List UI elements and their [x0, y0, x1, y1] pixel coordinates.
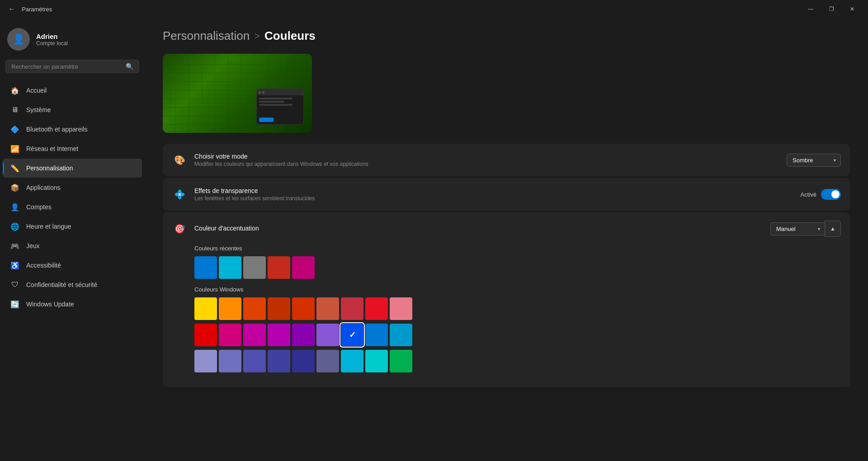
avatar-icon: 👤	[13, 33, 25, 45]
windows-color-swatch[interactable]	[341, 350, 363, 372]
windows-color-swatch[interactable]	[292, 297, 315, 320]
minimize-button[interactable]: —	[800, 2, 821, 16]
accent-dropdown[interactable]: Manuel ▾	[770, 222, 825, 235]
close-button[interactable]: ✕	[842, 2, 863, 16]
nav-label-accueil: Accueil	[26, 87, 47, 94]
windows-color-swatch[interactable]	[341, 324, 363, 346]
transparency-desc: Les fenêtres et les surfaces semblent tr…	[194, 195, 793, 202]
windows-color-swatch[interactable]	[268, 350, 290, 372]
windows-color-swatch[interactable]	[292, 324, 315, 346]
transparency-row: 💠 Effets de transparence Les fenêtres et…	[163, 178, 850, 211]
settings-card-transparency: 💠 Effets de transparence Les fenêtres et…	[163, 178, 850, 211]
accent-controls: Manuel ▾ ▲	[770, 221, 841, 237]
windows-color-swatch[interactable]	[219, 297, 241, 320]
windows-color-swatch[interactable]	[268, 324, 290, 346]
recent-color-swatch[interactable]	[219, 256, 241, 279]
breadcrumb-parent: Personnalisation	[163, 29, 250, 43]
window-controls: — ❐ ✕	[800, 2, 863, 16]
sidebar-item-confidentialite[interactable]: 🛡 Confidentialité et sécurité	[3, 275, 142, 294]
accent-collapse-button[interactable]: ▲	[825, 221, 841, 237]
windows-color-swatch[interactable]	[194, 297, 217, 320]
windows-color-swatch[interactable]	[390, 324, 412, 346]
sidebar-item-accueil[interactable]: 🏠 Accueil	[3, 81, 142, 100]
breadcrumb: Personnalisation > Couleurs	[163, 29, 850, 43]
windows-color-swatch[interactable]	[194, 324, 217, 346]
transparency-label: Effets de transparence	[194, 187, 793, 194]
nav-icon-jeux: 🎮	[10, 241, 20, 251]
windows-colors-row2	[194, 324, 841, 346]
sidebar-item-systeme[interactable]: 🖥 Système	[3, 100, 142, 119]
windows-colors-title: Couleurs Windows	[194, 286, 841, 293]
windows-color-swatch[interactable]	[365, 350, 388, 372]
nav-label-windows-update: Windows Update	[26, 301, 74, 308]
mode-icon: 🎨	[172, 152, 187, 168]
maximize-button[interactable]: ❐	[821, 2, 842, 16]
nav-icon-systeme: 🖥	[10, 105, 20, 115]
windows-color-swatch[interactable]	[390, 297, 412, 320]
titlebar: ← Paramètres — ❐ ✕	[0, 0, 868, 18]
recent-color-swatch[interactable]	[292, 256, 315, 279]
mode-text: Choisir votre mode Modifier les couleurs…	[194, 153, 779, 167]
windows-color-swatch[interactable]	[341, 297, 363, 320]
transparency-active-label: Activé	[801, 191, 816, 198]
back-button[interactable]: ←	[5, 3, 18, 15]
user-info: Adrien Compte local	[36, 33, 68, 47]
recent-color-swatch[interactable]	[268, 256, 290, 279]
sidebar-item-reseau[interactable]: 📶 Réseau et Internet	[3, 139, 142, 158]
search-box[interactable]: 🔍	[5, 60, 139, 73]
sidebar-item-comptes[interactable]: 👤 Comptes	[3, 198, 142, 216]
mode-dropdown[interactable]: Sombre ▾	[787, 154, 841, 167]
transparency-text: Effets de transparence Les fenêtres et l…	[194, 187, 793, 202]
sidebar-item-windows-update[interactable]: 🔄 Windows Update	[3, 295, 142, 314]
preview-button	[259, 118, 274, 122]
accent-text: Couleur d'accentuation	[194, 225, 763, 233]
nav-icon-reseau: 📶	[10, 144, 20, 154]
windows-color-swatch[interactable]	[219, 350, 241, 372]
settings-card-mode: 🎨 Choisir votre mode Modifier les couleu…	[163, 144, 850, 176]
sidebar-item-jeux[interactable]: 🎮 Jeux	[3, 236, 142, 255]
windows-color-swatch[interactable]	[390, 350, 412, 372]
windows-color-swatch[interactable]	[316, 324, 339, 346]
windows-color-swatch[interactable]	[365, 324, 388, 346]
mode-label: Choisir votre mode	[194, 153, 779, 160]
sidebar-item-personnalisation[interactable]: ✏️ Personnalisation	[3, 159, 142, 178]
windows-color-swatch[interactable]	[243, 297, 266, 320]
chevron-down-icon: ▾	[818, 226, 820, 231]
nav-icon-comptes: 👤	[10, 202, 20, 212]
windows-color-swatch[interactable]	[292, 350, 315, 372]
windows-color-swatch[interactable]	[268, 297, 290, 320]
nav-list: 🏠 Accueil 🖥 Système 🔷 Bluetooth et appar…	[0, 80, 145, 314]
titlebar-title: Paramètres	[22, 6, 800, 13]
accent-label: Couleur d'accentuation	[194, 225, 763, 232]
nav-icon-windows-update: 🔄	[10, 299, 20, 309]
sidebar-item-applications[interactable]: 📦 Applications	[3, 178, 142, 197]
transparency-toggle[interactable]	[821, 189, 841, 200]
breadcrumb-separator: >	[254, 30, 260, 42]
nav-icon-accueil: 🏠	[10, 85, 20, 95]
nav-label-systeme: Système	[26, 106, 51, 113]
windows-colors-row1	[194, 297, 841, 320]
recent-color-swatch[interactable]	[194, 256, 217, 279]
sidebar-item-heure[interactable]: 🌐 Heure et langue	[3, 217, 142, 236]
nav-icon-confidentialite: 🛡	[10, 280, 20, 290]
sidebar-item-accessibilite[interactable]: ♿ Accessibilité	[3, 256, 142, 275]
user-section[interactable]: 👤 Adrien Compte local	[0, 23, 145, 60]
nav-icon-heure: 🌐	[10, 221, 20, 231]
windows-color-swatch[interactable]	[316, 297, 339, 320]
windows-color-swatch[interactable]	[219, 324, 241, 346]
preview-titlebar	[257, 89, 303, 95]
recent-color-swatch[interactable]	[243, 256, 266, 279]
preview-body	[257, 95, 303, 124]
windows-color-swatch[interactable]	[365, 297, 388, 320]
search-input[interactable]	[11, 63, 122, 70]
windows-color-swatch[interactable]	[243, 324, 266, 346]
sidebar-item-bluetooth[interactable]: 🔷 Bluetooth et appareils	[3, 120, 142, 139]
avatar: 👤	[7, 28, 30, 51]
windows-color-swatch[interactable]	[316, 350, 339, 372]
accent-header-row[interactable]: 🎯 Couleur d'accentuation Manuel ▾ ▲	[163, 212, 850, 245]
windows-color-swatch[interactable]	[194, 350, 217, 372]
nav-icon-accessibilite: ♿	[10, 260, 20, 270]
nav-label-confidentialite: Confidentialité et sécurité	[26, 281, 97, 288]
sidebar: 👤 Adrien Compte local 🔍 🏠 Accueil 🖥 Syst…	[0, 18, 145, 461]
windows-color-swatch[interactable]	[243, 350, 266, 372]
